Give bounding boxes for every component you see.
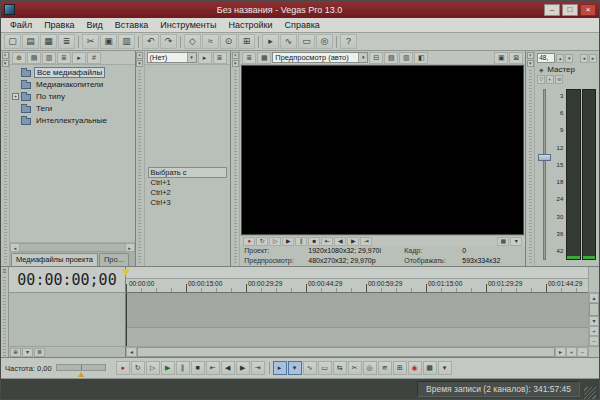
track-options-button[interactable]: ≣ xyxy=(34,348,45,357)
chooser-options-button[interactable]: ≣ xyxy=(213,52,227,64)
downmix-button[interactable]: ▽ xyxy=(537,75,545,84)
grip-handle[interactable] xyxy=(234,70,237,265)
project-media-hscrollbar[interactable]: ◂ ▸ xyxy=(10,242,135,252)
grip-handle[interactable] xyxy=(4,70,7,265)
pin-icon[interactable]: ▾ xyxy=(527,60,534,67)
marker-bar[interactable] xyxy=(126,267,588,279)
shuffle-tool-button[interactable]: ⇆ xyxy=(333,361,347,375)
help-whats-this-button[interactable]: ? xyxy=(340,34,357,49)
lock-envelopes-toggle[interactable]: ⊙ xyxy=(220,34,237,49)
split-tool-button[interactable]: ✂ xyxy=(348,361,362,375)
vscroll-thumb[interactable] xyxy=(589,303,599,316)
preview-grip[interactable]: × ▾ xyxy=(231,51,240,266)
more-tools-dropdown-icon[interactable]: ▾ xyxy=(438,361,452,375)
preview-stop-button[interactable]: ■ xyxy=(308,237,320,246)
auto-preview-button[interactable]: ▸ xyxy=(72,52,86,64)
media-properties-button[interactable]: ≣ xyxy=(57,52,71,64)
preview-scale-button[interactable]: ▦ xyxy=(497,237,509,246)
undo-button[interactable]: ↶ xyxy=(142,34,159,49)
bus-track-area[interactable] xyxy=(126,327,588,346)
save-button[interactable]: ▦ xyxy=(40,34,57,49)
new-project-button[interactable]: ▢ xyxy=(4,34,21,49)
chooser-combo[interactable]: (Нет) ▾ xyxy=(147,52,197,63)
edit-cursor[interactable] xyxy=(126,293,127,346)
project-properties-button[interactable]: ≣ xyxy=(58,34,75,49)
capture-video-button[interactable]: ▤ xyxy=(27,52,41,64)
insert-marker-button[interactable]: ◉ xyxy=(408,361,422,375)
preview-record-button[interactable]: ● xyxy=(243,237,255,246)
stretch-tool-button[interactable]: ≋ xyxy=(378,361,392,375)
cursor-marker-icon[interactable] xyxy=(122,269,130,276)
scroll-right-icon[interactable]: ▸ xyxy=(125,243,135,252)
tree-item-smart-bins[interactable]: Интеллектуальные xyxy=(10,114,135,126)
fader-handle[interactable] xyxy=(538,154,551,161)
preview-go-to-start-button[interactable]: ⇤ xyxy=(321,237,333,246)
expand-icon[interactable]: + xyxy=(12,93,19,100)
auto-ripple-toggle[interactable]: ≈ xyxy=(202,34,219,49)
chooser-grip[interactable]: × ▾ xyxy=(136,51,145,266)
pin-icon[interactable]: ▾ xyxy=(2,60,9,67)
scroll-left-icon[interactable]: ◂ xyxy=(10,243,20,252)
scroll-track[interactable] xyxy=(20,243,125,252)
edit-tool-dropdown-icon[interactable]: ▾ xyxy=(288,361,302,375)
chevron-down-icon[interactable]: ▾ xyxy=(358,53,367,62)
scroll-left-icon[interactable]: ◂ xyxy=(126,347,137,357)
preview-go-to-end-button[interactable]: ⇥ xyxy=(360,237,372,246)
loop-playback-button[interactable]: ↻ xyxy=(131,361,145,375)
master-fader[interactable] xyxy=(537,87,552,262)
tree-item-by-type[interactable]: + По типу xyxy=(10,90,135,102)
close-icon[interactable]: × xyxy=(2,52,9,59)
master-grip[interactable]: × ▾ xyxy=(526,51,535,266)
preview-pause-button[interactable]: ∥ xyxy=(295,237,307,246)
selection-edit-tool-button[interactable]: ▭ xyxy=(318,361,332,375)
snap-toggle[interactable]: ◇ xyxy=(184,34,201,49)
tree-item-tags[interactable]: Теги xyxy=(10,102,135,114)
overlays-button[interactable]: ▧ xyxy=(384,52,398,64)
track-view-button[interactable]: ▾ xyxy=(22,348,33,357)
pause-button[interactable]: ∥ xyxy=(176,361,190,375)
extract-audio-button[interactable]: ▥ xyxy=(42,52,56,64)
timeline-ruler[interactable]: 00:00:00 00:00:15:00 00:00:29:29 00:00:4… xyxy=(126,279,588,293)
nav-right-icon[interactable]: ▸ xyxy=(589,54,597,63)
grip-handle[interactable] xyxy=(3,277,6,357)
preview-play-button[interactable]: ▶ xyxy=(282,237,294,246)
menu-tools[interactable]: Инструменты xyxy=(154,19,222,31)
normal-edit-tool-button[interactable]: ▸ xyxy=(262,34,279,49)
hamburger-icon[interactable]: ≡ xyxy=(3,268,7,275)
track-area[interactable] xyxy=(126,293,588,346)
meter-range-value[interactable]: 48, xyxy=(537,53,555,63)
active-edit-tool-button[interactable]: ▸ xyxy=(273,361,287,375)
selection-tool-button[interactable]: ▭ xyxy=(298,34,315,49)
stop-button[interactable]: ■ xyxy=(191,361,205,375)
preview-fullscreen-button[interactable]: ⊠ xyxy=(509,52,523,64)
tree-item-all-media[interactable]: Все медиафайлы xyxy=(10,66,135,78)
tab-project-media[interactable]: Медиафайлы проекта xyxy=(11,253,98,266)
split-screen-button[interactable]: ⊟ xyxy=(369,52,383,64)
list-item[interactable]: Ctrl+1 xyxy=(148,178,228,188)
next-frame-button[interactable]: ▶ xyxy=(236,361,250,375)
rate-slider[interactable] xyxy=(56,364,106,371)
previous-frame-button[interactable]: ◀ xyxy=(221,361,235,375)
play-from-start-button[interactable]: ▷ xyxy=(146,361,160,375)
maximize-button[interactable]: □ xyxy=(562,4,578,16)
chooser-preview-button[interactable]: ▸ xyxy=(198,52,212,64)
close-icon[interactable]: × xyxy=(136,52,143,59)
timeline-grip[interactable]: ≡ xyxy=(1,267,9,357)
mixer-button[interactable]: ▦ xyxy=(423,361,437,375)
scroll-down-icon[interactable]: ▾ xyxy=(589,316,599,326)
cut-button[interactable]: ✂ xyxy=(82,34,99,49)
menu-view[interactable]: Вид xyxy=(81,19,109,31)
ignore-grouping-toggle[interactable]: ⊞ xyxy=(238,34,255,49)
preview-quality-combo[interactable]: Предпросмотр (авто) ▾ xyxy=(272,52,368,63)
go-to-start-button[interactable]: ⇤ xyxy=(206,361,220,375)
track-list-empty[interactable] xyxy=(9,293,125,346)
mute-button[interactable]: ⊘ xyxy=(555,75,563,84)
preview-options-button[interactable]: ▣ xyxy=(494,52,508,64)
paste-button[interactable]: ▥ xyxy=(118,34,135,49)
save-snapshot-button[interactable]: ◧ xyxy=(414,52,428,64)
play-button[interactable]: ▶ xyxy=(161,361,175,375)
menu-insert[interactable]: Вставка xyxy=(109,19,154,31)
list-item[interactable]: Ctrl+2 xyxy=(148,188,228,198)
zoom-tool-button[interactable]: ◎ xyxy=(316,34,333,49)
menu-options[interactable]: Настройки xyxy=(222,19,278,31)
